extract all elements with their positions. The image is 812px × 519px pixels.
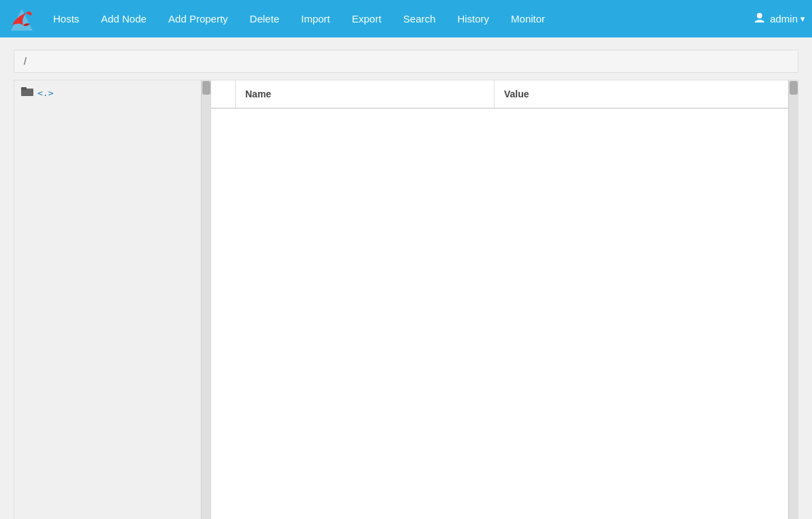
node-label: <.> — [37, 88, 53, 98]
value-column-header: Value — [495, 80, 798, 108]
navbar: Hosts Add Node Add Property Delete Impor… — [0, 0, 812, 37]
tree-node[interactable]: <.> — [14, 80, 210, 105]
logo-icon — [7, 5, 35, 33]
user-name: admin — [770, 13, 798, 25]
left-panel: <.> — [14, 80, 211, 519]
nav-item-delete[interactable]: Delete — [239, 13, 290, 25]
logo-area[interactable] — [7, 5, 35, 33]
nav-item-add-node[interactable]: Add Node — [90, 13, 157, 25]
table-body — [211, 109, 798, 517]
left-panel-scrollbar[interactable] — [201, 80, 210, 519]
checkbox-column — [211, 80, 236, 108]
nav-item-export[interactable]: Export — [341, 13, 392, 25]
svg-rect-3 — [21, 87, 27, 90]
left-panel-scroll-thumb — [202, 81, 210, 95]
nav-item-add-property[interactable]: Add Property — [157, 13, 239, 25]
user-area[interactable]: admin ▾ — [753, 12, 805, 26]
nav-item-hosts[interactable]: Hosts — [42, 13, 90, 25]
right-panel-scrollbar[interactable] — [788, 80, 798, 519]
nav-item-import[interactable]: Import — [290, 13, 341, 25]
table-header: Name Value — [211, 80, 798, 109]
nav-item-search[interactable]: Search — [392, 13, 447, 25]
breadcrumb: / — [14, 50, 798, 73]
nav-item-monitor[interactable]: Monitor — [500, 13, 556, 25]
right-panel-scroll-thumb — [790, 81, 798, 95]
nav-item-history[interactable]: History — [446, 13, 500, 25]
user-dropdown-icon: ▾ — [800, 14, 805, 24]
right-panel: Name Value — [211, 80, 798, 519]
folder-icon — [21, 86, 33, 99]
user-icon — [753, 12, 766, 26]
breadcrumb-path: / — [24, 56, 27, 67]
nav-links: Hosts Add Node Add Property Delete Impor… — [42, 13, 753, 25]
svg-point-1 — [757, 13, 762, 18]
main-content: <.> Name Value — [14, 80, 798, 519]
name-column-header: Name — [236, 80, 495, 108]
